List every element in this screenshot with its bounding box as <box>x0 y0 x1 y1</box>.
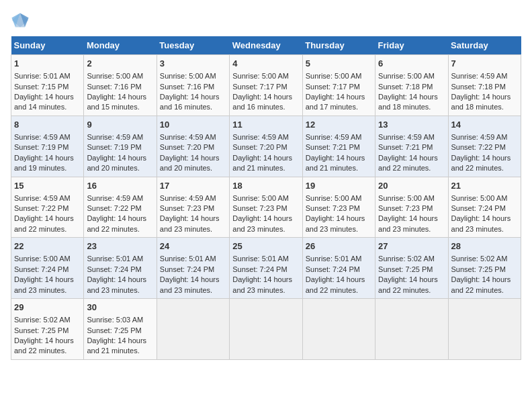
sunset-info: Sunset: 7:19 PM <box>87 142 153 152</box>
daylight-info: Daylight: 14 hours and 20 minutes. <box>87 153 153 174</box>
calendar-cell: 6Sunrise: 5:00 AMSunset: 7:18 PMDaylight… <box>375 55 448 116</box>
sunset-info: Sunset: 7:24 PM <box>160 265 226 275</box>
calendar-cell: 16Sunrise: 4:59 AMSunset: 7:22 PMDayligh… <box>84 177 157 238</box>
daylight-info: Daylight: 14 hours and 23 minutes. <box>14 275 81 295</box>
sunset-info: Sunset: 7:23 PM <box>160 203 226 214</box>
daylight-info: Daylight: 14 hours and 22 minutes. <box>14 336 81 357</box>
sunrise-info: Sunrise: 5:01 AM <box>160 254 226 264</box>
day-number: 30 <box>87 302 153 314</box>
calendar-cell: 11Sunrise: 4:59 AMSunset: 7:20 PMDayligh… <box>230 116 302 177</box>
calendar-cell <box>157 299 229 360</box>
calendar-cell: 10Sunrise: 4:59 AMSunset: 7:20 PMDayligh… <box>157 116 229 177</box>
day-number: 14 <box>451 119 518 131</box>
day-number: 24 <box>160 240 226 253</box>
calendar-week-row: 1Sunrise: 5:01 AMSunset: 7:15 PMDaylight… <box>11 55 521 116</box>
sunrise-info: Sunrise: 5:01 AM <box>232 254 299 264</box>
calendar-cell: 25Sunrise: 5:01 AMSunset: 7:24 PMDayligh… <box>230 238 302 299</box>
calendar-cell: 21Sunrise: 5:00 AMSunset: 7:24 PMDayligh… <box>448 177 521 238</box>
sunset-info: Sunset: 7:25 PM <box>451 265 518 275</box>
calendar-cell: 23Sunrise: 5:01 AMSunset: 7:24 PMDayligh… <box>84 238 157 299</box>
sunset-info: Sunset: 7:17 PM <box>306 82 372 92</box>
day-number: 16 <box>87 180 153 192</box>
calendar-cell <box>230 299 302 360</box>
day-number: 3 <box>160 58 226 70</box>
daylight-info: Daylight: 14 hours and 14 minutes. <box>14 92 81 113</box>
sunrise-info: Sunrise: 4:59 AM <box>87 193 153 203</box>
calendar-week-row: 15Sunrise: 4:59 AMSunset: 7:22 PMDayligh… <box>11 177 521 238</box>
day-number: 9 <box>87 119 153 131</box>
sunset-info: Sunset: 7:24 PM <box>306 265 372 275</box>
day-number: 29 <box>14 302 81 314</box>
calendar-week-row: 29Sunrise: 5:02 AMSunset: 7:25 PMDayligh… <box>11 299 521 360</box>
day-number: 25 <box>232 240 299 253</box>
sunrise-info: Sunrise: 4:59 AM <box>232 132 299 142</box>
calendar-cell: 1Sunrise: 5:01 AMSunset: 7:15 PMDaylight… <box>11 55 84 116</box>
daylight-info: Daylight: 14 hours and 21 minutes. <box>232 153 299 174</box>
calendar-week-row: 22Sunrise: 5:00 AMSunset: 7:24 PMDayligh… <box>11 238 521 299</box>
sunrise-info: Sunrise: 4:59 AM <box>87 132 153 142</box>
daylight-info: Daylight: 14 hours and 15 minutes. <box>87 92 153 113</box>
calendar-table: SundayMondayTuesdayWednesdayThursdayFrid… <box>11 36 521 360</box>
day-number: 6 <box>378 58 445 70</box>
calendar-cell: 26Sunrise: 5:01 AMSunset: 7:24 PMDayligh… <box>302 238 375 299</box>
sunrise-info: Sunrise: 5:00 AM <box>306 71 372 81</box>
daylight-info: Daylight: 14 hours and 22 minutes. <box>14 214 81 234</box>
day-number: 26 <box>306 240 372 253</box>
calendar-cell: 9Sunrise: 4:59 AMSunset: 7:19 PMDaylight… <box>84 116 157 177</box>
calendar-cell: 3Sunrise: 5:00 AMSunset: 7:16 PMDaylight… <box>157 55 229 116</box>
daylight-info: Daylight: 14 hours and 23 minutes. <box>160 275 226 295</box>
sunset-info: Sunset: 7:17 PM <box>232 82 299 92</box>
daylight-info: Daylight: 14 hours and 22 minutes. <box>87 214 153 234</box>
sunrise-info: Sunrise: 5:00 AM <box>232 71 299 81</box>
daylight-info: Daylight: 14 hours and 16 minutes. <box>232 92 299 113</box>
sunrise-info: Sunrise: 5:01 AM <box>14 71 81 81</box>
daylight-info: Daylight: 14 hours and 22 minutes. <box>451 275 518 295</box>
calendar-cell: 13Sunrise: 4:59 AMSunset: 7:21 PMDayligh… <box>375 116 448 177</box>
calendar-cell: 2Sunrise: 5:00 AMSunset: 7:16 PMDaylight… <box>84 55 157 116</box>
daylight-info: Daylight: 14 hours and 23 minutes. <box>378 214 445 234</box>
header-friday: Friday <box>375 36 448 55</box>
day-number: 2 <box>87 58 153 70</box>
day-number: 28 <box>451 240 518 253</box>
calendar-cell: 28Sunrise: 5:02 AMSunset: 7:25 PMDayligh… <box>448 238 521 299</box>
daylight-info: Daylight: 14 hours and 23 minutes. <box>232 275 299 295</box>
calendar-cell: 7Sunrise: 4:59 AMSunset: 7:18 PMDaylight… <box>448 55 521 116</box>
daylight-info: Daylight: 14 hours and 23 minutes. <box>160 214 226 234</box>
calendar-cell: 29Sunrise: 5:02 AMSunset: 7:25 PMDayligh… <box>11 299 84 360</box>
sunrise-info: Sunrise: 4:59 AM <box>306 132 372 142</box>
daylight-info: Daylight: 14 hours and 18 minutes. <box>378 92 445 113</box>
sunset-info: Sunset: 7:21 PM <box>378 142 445 152</box>
sunrise-info: Sunrise: 4:59 AM <box>14 132 81 142</box>
calendar-cell: 17Sunrise: 4:59 AMSunset: 7:23 PMDayligh… <box>157 177 229 238</box>
calendar-cell: 30Sunrise: 5:03 AMSunset: 7:25 PMDayligh… <box>84 299 157 360</box>
daylight-info: Daylight: 14 hours and 21 minutes. <box>306 153 372 174</box>
sunset-info: Sunset: 7:25 PM <box>14 326 81 336</box>
daylight-info: Daylight: 14 hours and 21 minutes. <box>87 336 153 357</box>
sunset-info: Sunset: 7:20 PM <box>232 142 299 152</box>
header-thursday: Thursday <box>302 36 375 55</box>
sunrise-info: Sunrise: 5:02 AM <box>378 254 445 264</box>
calendar-cell: 12Sunrise: 4:59 AMSunset: 7:21 PMDayligh… <box>302 116 375 177</box>
logo-icon <box>11 11 30 30</box>
daylight-info: Daylight: 14 hours and 17 minutes. <box>306 92 372 113</box>
sunset-info: Sunset: 7:16 PM <box>87 82 153 92</box>
sunrise-info: Sunrise: 4:59 AM <box>14 193 81 203</box>
day-number: 20 <box>378 180 445 192</box>
day-number: 1 <box>14 58 81 70</box>
calendar-cell <box>302 299 375 360</box>
sunrise-info: Sunrise: 5:01 AM <box>87 254 153 264</box>
calendar-cell: 24Sunrise: 5:01 AMSunset: 7:24 PMDayligh… <box>157 238 229 299</box>
calendar-cell: 18Sunrise: 5:00 AMSunset: 7:23 PMDayligh… <box>230 177 302 238</box>
day-number: 15 <box>14 180 81 192</box>
sunset-info: Sunset: 7:21 PM <box>306 142 372 152</box>
sunset-info: Sunset: 7:18 PM <box>451 82 518 92</box>
sunrise-info: Sunrise: 5:00 AM <box>87 71 153 81</box>
calendar-cell: 20Sunrise: 5:00 AMSunset: 7:23 PMDayligh… <box>375 177 448 238</box>
sunset-info: Sunset: 7:19 PM <box>14 142 81 152</box>
day-number: 23 <box>87 240 153 253</box>
daylight-info: Daylight: 14 hours and 23 minutes. <box>87 275 153 295</box>
sunrise-info: Sunrise: 5:00 AM <box>306 193 372 203</box>
sunset-info: Sunset: 7:18 PM <box>378 82 445 92</box>
sunset-info: Sunset: 7:15 PM <box>14 82 81 92</box>
sunrise-info: Sunrise: 5:00 AM <box>378 193 445 203</box>
